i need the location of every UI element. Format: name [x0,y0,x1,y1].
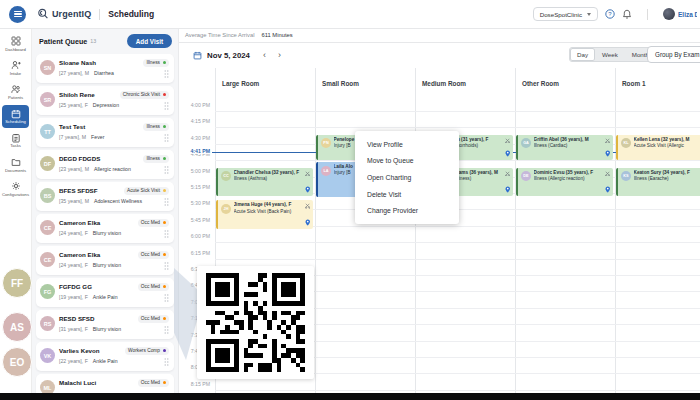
visit-type-badge: Occ Med [138,219,169,227]
drag-handle-icon[interactable] [164,134,169,142]
sidebar-item-tasks[interactable]: Tasks [2,129,29,152]
hamburger-menu-button[interactable] [9,6,26,23]
drag-handle-icon[interactable] [164,358,169,366]
patient-card[interactable]: DFDEGD FDGDSIllness[23 years], MAllergic… [36,150,174,179]
patient-card-detail-row: [7 years], MFever [59,134,169,143]
menu-item-view-profile[interactable]: View Profile [355,136,459,153]
appointment-block[interactable]: DEDominic Evsu (35 years), FIllness (All… [516,168,613,196]
location-pin-icon[interactable] [305,219,311,226]
location-pin-icon[interactable] [505,186,511,193]
user-menu[interactable]: Eliza D [663,8,697,20]
status-dot [163,381,167,385]
status-dot [163,125,167,129]
patient-avatar: BS [40,188,55,203]
patient-card-detail-row: [31 years], FBlurry vision [59,326,169,335]
menu-item-open-charting[interactable]: Open Charting [355,169,459,186]
logo-magnifier-icon [37,8,49,20]
procedure-icon[interactable] [305,203,311,209]
add-visit-button[interactable]: Add Visit [127,34,172,48]
room-column-header-small-room: Small Room [322,80,359,87]
queue-overflow-avatar-eo[interactable]: EO [2,347,32,377]
patient-complaint: Diarrhea [94,70,114,76]
help-icon[interactable]: ? [605,9,615,19]
status-dot [163,253,167,257]
sidebar-item-patients[interactable]: Patients [2,81,29,104]
patient-details: [24 years], F [59,262,88,268]
visit-type-badge: Occ Med [138,283,169,291]
patient-card[interactable]: BSBFES SFDSFAcute Sick Visit[35 years], … [36,182,174,211]
sidebar-item-label: Tasks [10,144,21,148]
queue-overflow-avatar-ff[interactable]: FF [2,268,32,298]
appointment-block[interactable]: JHJimena Huge (44 years), FAcute Sick Vi… [216,200,313,228]
menu-item-delete-visit[interactable]: Delete Visit [355,186,459,203]
procedure-icon[interactable] [505,138,511,144]
patient-name: Sloane Nash [59,59,96,66]
sidebar-item-label: Dashboard [5,48,26,52]
location-pin-icon[interactable] [605,150,611,157]
notifications-bell-icon[interactable] [622,9,632,19]
appointment-text: Jimena Huge (44 years), FAcute Sick Visi… [234,202,302,215]
queue-overflow-avatar-as[interactable]: AS [2,312,32,342]
patient-card-detail-row: [35 years], MAdolescent Wellness [59,198,169,207]
appointment-block[interactable]: CCChandler Chelsa (32 years), FIllness (… [216,168,313,196]
procedure-icon[interactable] [605,171,611,177]
patient-card[interactable]: SNSloane NashIllness[27 years], MDiarrhe… [36,54,174,83]
drag-handle-icon[interactable] [164,262,169,270]
visit-type-label: Illness [146,156,160,161]
sidebar-item-scheduling[interactable]: Scheduling [2,105,29,128]
patient-card[interactable]: SRShiloh ReneChronic Sick Visit[25 years… [36,86,174,115]
location-pin-icon[interactable] [305,186,311,193]
visit-type-label: Illness [146,124,160,129]
sidebar-item-configurations[interactable]: Configurations [2,178,29,201]
app: UrgentIQ Scheduling DoseSpotClinic ? Eli… [0,0,700,400]
sidebar-item-intake[interactable]: Intake [2,57,29,80]
patient-card-detail-row: [22 years], FAnkle Pain [59,358,169,367]
drag-handle-icon[interactable] [164,70,169,78]
drag-handle-icon[interactable] [164,166,169,174]
patient-card[interactable]: RSRESD SFSDOcc Med[31 years], FBlurry vi… [36,310,174,339]
sidebar-item-label: Patients [8,96,23,100]
drag-handle-icon[interactable] [164,326,169,334]
procedure-icon[interactable] [305,171,311,177]
patient-card[interactable]: CECameron ElkaOcc Med[24 years], FBlurry… [36,214,174,243]
dashboard-icon [11,36,21,46]
appointment-icons [304,202,312,226]
patient-card[interactable]: VKVarlies KevonWorkers Comp[22 years], F… [36,342,174,371]
drag-handle-icon[interactable] [164,230,169,238]
sidebar-item-dashboard[interactable]: Dashboard [2,33,29,56]
status-dot [163,317,167,321]
bottom-bar [0,393,700,400]
menu-item-change-provider[interactable]: Change Provider [355,202,459,219]
appointment-block[interactable]: KLKellen Lena (32 years), MAcute Sick Vi… [616,135,700,160]
drag-handle-icon[interactable] [164,102,169,110]
context-menu: View ProfileMove to QueueOpen ChartingDe… [355,131,459,224]
clinic-selector[interactable]: DoseSpotClinic [533,7,598,21]
time-label: 8:15 PM [180,382,210,387]
location-pin-icon[interactable] [505,150,511,157]
time-label: 5:30 PM [180,202,210,207]
drag-handle-icon[interactable] [164,294,169,302]
menu-item-move-to-queue[interactable]: Move to Queue [355,153,459,170]
status-dot [163,221,167,225]
patient-card[interactable]: FGFGFDG GGOcc Med[19 years], FAnkle Pain [36,278,174,307]
patient-avatar: SN [40,60,55,75]
procedure-icon[interactable] [605,138,611,144]
time-label: 6:00 PM [180,235,210,240]
patient-card-detail-row: [25 years], FDepression [59,102,169,111]
patient-card[interactable]: CECameron ElkaOcc Med[24 years], FBlurry… [36,246,174,275]
time-gridline [215,390,700,391]
appointment-block[interactable]: KSKeaton Sury (34 years), FIllness (Eara… [616,168,700,196]
patient-name: FGFDG GG [59,283,92,290]
patient-complaint: Ankle Pain [93,294,118,300]
sidebar-item-documents[interactable]: Documents [2,154,29,177]
appointment-block[interactable]: GAGriffin Abel (36 years), MIllness (Car… [516,135,613,160]
divider [99,9,100,20]
patient-card[interactable]: TTTest TestIllness[7 years], MFever [36,118,174,147]
location-pin-icon[interactable] [605,186,611,193]
visit-type-label: Occ Med [141,380,160,385]
visit-type-badge: Illness [143,155,169,163]
patient-name: Varlies Kevon [59,347,100,354]
appointment-icons [504,137,512,158]
drag-handle-icon[interactable] [164,198,169,206]
procedure-icon[interactable] [505,171,511,177]
